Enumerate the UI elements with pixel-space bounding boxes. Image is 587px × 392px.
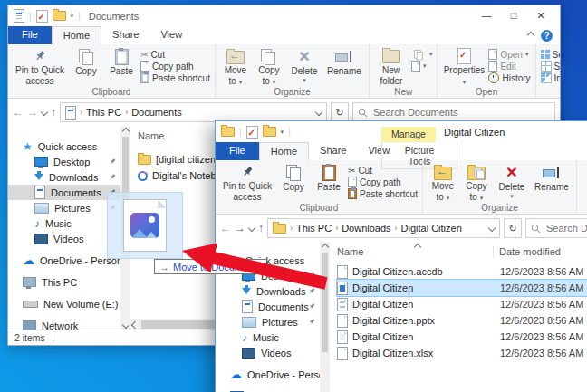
history-button[interactable]: History (488, 72, 530, 83)
properties-button[interactable]: Properties ▾ (442, 46, 486, 87)
title-bar[interactable]: | ▾ | Documents — □ ✕ (8, 5, 560, 26)
qat-new-folder-icon[interactable] (53, 11, 66, 21)
maximize-button[interactable]: □ (500, 5, 527, 26)
sidebar-item-onedrive[interactable]: ☁OneDrive - Person (8, 253, 120, 268)
qat-new-folder-icon[interactable] (263, 127, 276, 137)
copy-button[interactable]: Copy (277, 162, 310, 203)
address-bar[interactable]: › This PC › Documents (60, 102, 327, 122)
sidebar-item-documents[interactable]: Documents (8, 185, 120, 200)
file-row[interactable]: Digital Citizen.xlsx12/6/2023 8:56 AM (337, 345, 587, 361)
sidebar-item-this-pc[interactable]: This PC (8, 274, 120, 290)
paste-shortcut-button[interactable]: Paste shortcut (140, 72, 210, 83)
file-row[interactable]: Digital Citizen12/6/2023 8:56 AM (337, 329, 587, 345)
sidebar-item-onedrive[interactable]: ☁OneDrive - Person (216, 367, 320, 382)
sidebar-item-new-volume[interactable]: New Volume (E:) (8, 296, 120, 311)
collapse-ribbon-icon[interactable] (527, 32, 534, 39)
file-row-selected[interactable]: Digital Citizen12/6/2023 8:56 AM (337, 280, 587, 296)
sidebar-item-music[interactable]: ♪Music (216, 330, 320, 345)
cut-button[interactable]: ✂Cut (140, 49, 210, 60)
paste-button[interactable]: Paste (313, 162, 345, 203)
new-folder-button[interactable]: New folder (582, 162, 587, 203)
breadcrumb-this-pc[interactable]: This PC (296, 223, 332, 234)
sidebar-item-documents[interactable]: Documents (216, 299, 320, 314)
up-icon[interactable]: ↑ (258, 222, 264, 234)
edit-button[interactable]: Edit (488, 61, 530, 72)
refresh-icon[interactable]: ↻ (504, 218, 522, 238)
search-input[interactable] (371, 106, 550, 119)
file-row[interactable]: Digital Citizen12/6/2023 8:56 AM (337, 296, 587, 312)
scroll-up-icon[interactable] (322, 244, 329, 251)
tab-file[interactable]: File (8, 26, 52, 44)
paste-shortcut-button[interactable]: Paste shortcut (348, 188, 418, 199)
select-none-button[interactable]: Select none (541, 61, 560, 72)
move-to-button[interactable]: ← Move to ▾ (428, 162, 458, 203)
tab-view[interactable]: View (149, 26, 193, 44)
paste-button[interactable]: Paste (105, 46, 138, 87)
scroll-up-icon[interactable] (122, 128, 130, 135)
sidebar-item-network[interactable]: Network (8, 318, 120, 330)
search-input[interactable] (544, 222, 587, 234)
move-to-button[interactable]: ← Move to ▾ (220, 46, 251, 87)
tab-home[interactable]: Home (52, 26, 101, 44)
breadcrumb-digital-citizen[interactable]: Digital Citizen (401, 223, 462, 234)
title-bar[interactable]: | ▾ | Manage Digital Citizen (216, 121, 587, 142)
search-box[interactable] (525, 218, 587, 238)
tab-home[interactable]: Home (259, 142, 309, 160)
easy-access-button[interactable]: ▾ (411, 61, 433, 72)
copy-button[interactable]: Copy (70, 46, 102, 87)
search-box[interactable] (352, 102, 555, 122)
back-icon[interactable]: ← (13, 106, 24, 119)
nav-scrollbar[interactable] (320, 242, 330, 392)
address-dropdown-icon[interactable] (315, 109, 322, 116)
rename-button[interactable]: Rename (324, 46, 364, 87)
breadcrumb-this-pc[interactable]: This PC (86, 107, 121, 118)
forward-icon[interactable]: → (235, 222, 245, 234)
delete-button[interactable]: ✕ Delete▾ (495, 162, 529, 203)
breadcrumb-documents[interactable]: Documents (131, 107, 182, 118)
qat-chevron-down-icon[interactable]: ▾ (281, 129, 284, 136)
new-folder-button[interactable]: New folder (374, 46, 409, 87)
address-bar[interactable]: › This PC › Downloads › Digital Citizen (267, 218, 500, 238)
pin-to-quick-access-button[interactable]: Pin to Quick access (220, 162, 274, 203)
sidebar-item-quick-access[interactable]: ★Quick access (8, 139, 120, 154)
qat-properties-icon[interactable] (246, 126, 258, 139)
forward-icon[interactable]: → (27, 106, 38, 119)
sidebar-item-pictures[interactable]: Pictures (216, 314, 320, 330)
address-dropdown-icon[interactable] (488, 225, 496, 232)
scroll-left-icon[interactable] (131, 320, 139, 328)
sidebar-item-videos[interactable]: Videos (216, 345, 320, 360)
help-icon[interactable]: ? (541, 30, 553, 42)
new-item-button[interactable]: ▾ (411, 49, 433, 60)
tab-share[interactable]: Share (101, 26, 149, 44)
sidebar-item-pictures[interactable]: Pictures (8, 200, 120, 215)
refresh-icon[interactable]: ↻ (331, 102, 349, 122)
minimize-button[interactable]: — (473, 5, 500, 26)
select-all-button[interactable]: Select all (541, 49, 560, 60)
copy-path-button[interactable]: Copy path (348, 177, 418, 187)
delete-button[interactable]: ✕ Delete▾ (287, 46, 322, 87)
breadcrumb-downloads[interactable]: Downloads (342, 223, 390, 234)
sidebar-item-downloads[interactable]: Downloads (8, 169, 120, 185)
recent-locations-icon[interactable] (248, 225, 255, 232)
sidebar-item-desktop[interactable]: Desktop (8, 154, 120, 169)
up-icon[interactable]: ↑ (51, 106, 56, 119)
invert-selection-button[interactable]: Invert selection (541, 72, 560, 83)
cut-button[interactable]: ✂Cut (348, 165, 418, 176)
sidebar-item-this-pc[interactable]: This PC (216, 388, 320, 392)
file-row[interactable]: Digital Citizen.accdb12/6/2023 8:56 AM (337, 263, 587, 280)
column-header-date-modified[interactable]: Date modified (493, 246, 561, 257)
sidebar-item-music[interactable]: ♪Music (8, 215, 120, 231)
qat-chevron-down-icon[interactable]: ▾ (71, 13, 74, 20)
open-button[interactable]: Open▾ (488, 49, 530, 60)
tab-share[interactable]: Share (309, 142, 357, 160)
file-row[interactable]: Digital Citizen.pptx12/6/2023 8:56 AM (337, 312, 587, 329)
recent-locations-icon[interactable] (41, 109, 48, 116)
copy-to-button[interactable]: Copy to ▾ (254, 46, 284, 87)
qat-properties-icon[interactable] (36, 10, 48, 23)
pin-to-quick-access-button[interactable]: Pin to Quick access (13, 46, 67, 87)
sidebar-item-downloads[interactable]: Downloads (216, 283, 320, 299)
copy-path-button[interactable]: Copy path (140, 61, 210, 72)
rename-button[interactable]: Rename (532, 162, 572, 203)
tab-file[interactable]: File (216, 142, 259, 160)
manage-contextual-label[interactable]: Manage (381, 127, 436, 142)
